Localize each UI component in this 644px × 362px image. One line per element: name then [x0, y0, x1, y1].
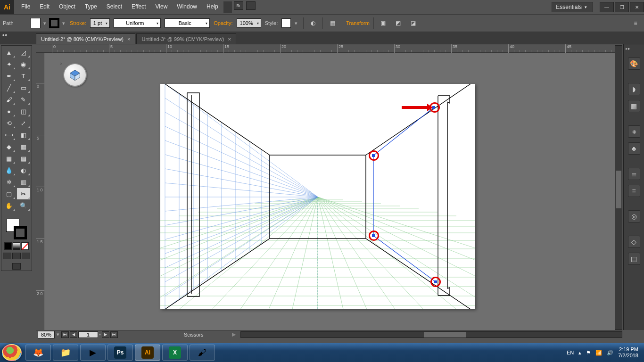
taskbar-clock[interactable]: 2:19 PM 7/2/2018 [618, 346, 638, 359]
dock-panel-button[interactable]: ◗ [628, 83, 640, 95]
ruler-vertical[interactable]: 051 01 52 0 [36, 53, 44, 330]
dock-expand-icon[interactable]: ▸▸ [626, 46, 630, 51]
tool-eraser[interactable]: ◫ [17, 106, 30, 117]
taskbar-app-explorer[interactable]: 📁 [53, 345, 78, 361]
tool-mesh[interactable]: ▦ [2, 153, 16, 164]
recolor-icon[interactable]: ◐ [307, 17, 319, 29]
horizontal-scrollbar[interactable] [240, 331, 622, 338]
tool-symbol-spray[interactable]: ✲ [2, 176, 16, 188]
tool-magic-wand[interactable]: ✦ [2, 58, 16, 70]
color-mode-none[interactable] [21, 242, 29, 250]
tool-type[interactable]: T [17, 70, 30, 82]
dock-panel-button[interactable]: ▤ [628, 253, 640, 265]
dock-panel-button[interactable]: ▦ [628, 100, 640, 112]
tray-chevron-icon[interactable]: ▴ [578, 350, 581, 356]
tool-width[interactable]: ⟷ [2, 129, 16, 140]
menu-effect[interactable]: Effect [127, 1, 150, 13]
zoom-field[interactable]: 80% [38, 331, 55, 338]
window-close[interactable]: ✕ [630, 2, 644, 12]
volume-icon[interactable]: 🔊 [607, 350, 613, 356]
dock-panel-button[interactable]: ♣ [628, 142, 640, 155]
tool-column-graph[interactable]: ▥ [17, 176, 30, 188]
window-maximize[interactable]: ❐ [615, 2, 629, 12]
tool-scale[interactable]: ⤢ [17, 117, 30, 129]
tool-eyedropper[interactable]: 💧 [2, 165, 16, 176]
bridge-icon[interactable]: Br [234, 1, 243, 10]
tool-blob[interactable]: ● [2, 106, 16, 117]
tool-lasso[interactable]: ◉ [17, 58, 30, 70]
perspective-plane-widget[interactable] [63, 63, 87, 87]
next-artboard-button[interactable]: ▶ [102, 331, 109, 338]
close-icon[interactable]: × [127, 36, 130, 42]
menu-edit[interactable]: Edit [35, 1, 54, 13]
menu-select[interactable]: Select [102, 1, 126, 13]
tool-perspective[interactable]: ▦ [17, 141, 30, 152]
perspective-widget-close-icon[interactable]: × [60, 61, 65, 66]
taskbar-app-illustrator[interactable]: Ai [135, 345, 160, 361]
artboard[interactable] [160, 84, 475, 309]
tool-pen[interactable]: ✒ [2, 70, 16, 82]
system-tray[interactable]: EN ▴ ⚑ 📶 🔊 2:19 PM 7/2/2018 [567, 346, 642, 359]
canvas-background[interactable]: × [44, 53, 622, 330]
screen-mode-button[interactable] [12, 263, 21, 270]
document-tab-1[interactable]: Untitled-2* @ 80% (CMYK/Preview) × [36, 33, 135, 44]
language-indicator[interactable]: EN [567, 350, 574, 355]
opacity-label[interactable]: Opacity: [214, 20, 232, 26]
tool-line[interactable]: ╱ [2, 82, 16, 93]
ruler-horizontal[interactable]: 05101520253035404550 [36, 44, 622, 53]
tool-slice[interactable]: ✂ [17, 188, 30, 199]
fill-stroke-control[interactable] [6, 219, 27, 239]
tool-paintbrush[interactable]: 🖌 [2, 94, 16, 105]
dock-panel-button[interactable]: 🎨 [628, 58, 640, 70]
prev-artboard-button[interactable]: ◀ [70, 331, 77, 338]
menu-file[interactable]: File [17, 1, 34, 13]
tool-blend[interactable]: ◐ [17, 165, 30, 176]
dock-panel-button[interactable]: ⎈ [628, 125, 640, 138]
fill-swatch[interactable] [30, 18, 41, 28]
first-artboard-button[interactable]: ⏮ [61, 331, 69, 338]
tool-hand[interactable]: ✋ [2, 200, 16, 211]
network-icon[interactable]: 📶 [595, 350, 602, 356]
menu-view[interactable]: View [151, 1, 172, 13]
stroke-weight-dropdown[interactable]: 1 pt [90, 18, 110, 28]
tool-rectangle[interactable]: ▭ [17, 82, 30, 93]
arrange-docs-icon[interactable] [246, 1, 256, 10]
artboard-number-field[interactable]: 1 [78, 331, 98, 338]
isolate-icon[interactable]: ▣ [378, 17, 389, 29]
dock-panel-button[interactable]: ≣ [628, 168, 640, 180]
document-tab-2[interactable]: Untitled-3* @ 99% (CMYK/Preview) × [136, 33, 236, 44]
transform-link[interactable]: Transform [346, 20, 370, 26]
taskbar-app-excel[interactable]: X [162, 345, 188, 361]
tool-artboard[interactable]: ▢ [2, 188, 16, 199]
stroke-swatch[interactable] [49, 18, 59, 28]
tool-direct-select[interactable]: ◿ [17, 47, 30, 58]
taskbar-app-paint[interactable]: 🖌 [190, 345, 215, 361]
tabstrip-collapse-icon[interactable]: ◂◂ [2, 32, 7, 37]
stroke-profile-dropdown[interactable]: Uniform [114, 18, 161, 28]
style-swatch[interactable] [281, 18, 291, 28]
tool-selection[interactable]: ▲ [2, 47, 16, 58]
workspace-switcher[interactable]: Essentials [552, 2, 593, 12]
tool-rotate[interactable]: ⟲ [2, 117, 16, 129]
align-icon[interactable]: ▦ [327, 17, 338, 29]
action-center-icon[interactable]: ⚑ [586, 350, 591, 356]
menu-type[interactable]: Type [81, 1, 101, 13]
opacity-dropdown[interactable]: 100% [237, 18, 261, 28]
dock-panel-button[interactable]: ◎ [628, 210, 640, 222]
dock-panel-button[interactable]: ◇ [628, 236, 640, 248]
tool-shape-builder[interactable]: ◆ [2, 141, 16, 152]
window-minimize[interactable]: — [600, 2, 614, 12]
menu-window[interactable]: Window [173, 1, 201, 13]
tool-zoom[interactable]: 🔍 [17, 200, 30, 211]
menu-object[interactable]: Object [55, 1, 80, 13]
color-mode-gradient[interactable] [13, 242, 20, 250]
edit-mask-icon[interactable]: ◪ [408, 17, 419, 29]
tool-pencil[interactable]: ✎ [17, 94, 30, 105]
stroke-label[interactable]: Stroke: [70, 20, 86, 26]
close-icon[interactable]: × [228, 36, 231, 42]
menu-help[interactable]: Help [202, 1, 223, 13]
taskbar-app-firefox[interactable]: 🦊 [25, 345, 51, 361]
screen-mode-normal[interactable] [3, 253, 11, 259]
tool-gradient[interactable]: ▤ [17, 153, 30, 164]
options-overflow-icon[interactable]: ≡ [630, 17, 641, 29]
